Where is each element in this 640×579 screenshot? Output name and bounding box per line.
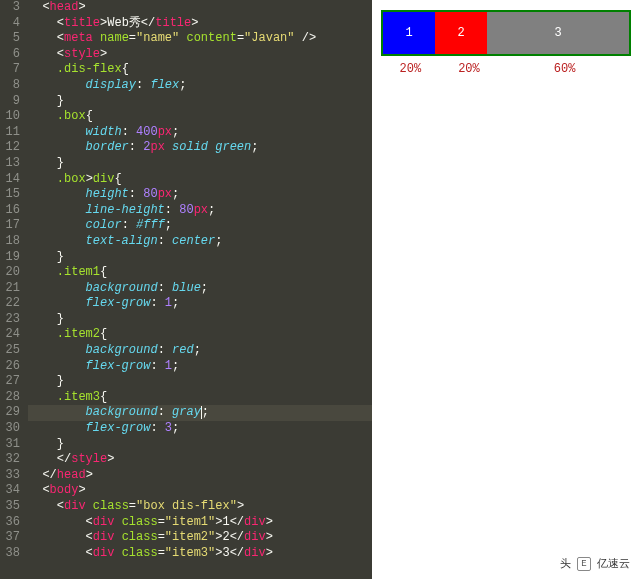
percent-row: 20%20%60% xyxy=(381,62,631,76)
code-editor[interactable]: 3 4 5 6 7 8 9 10 11 12 13 14 15 16 17 18… xyxy=(0,0,372,579)
watermark-head: 头 xyxy=(560,556,571,571)
logo-icon: E xyxy=(577,557,591,571)
flex-box: 123 xyxy=(381,10,631,56)
flex-item-2: 2 xyxy=(435,12,487,54)
code-content[interactable]: <head> <title>Web秀</title> <meta name="n… xyxy=(28,0,372,579)
percent-label-3: 60% xyxy=(498,62,631,76)
app-root: 3 4 5 6 7 8 9 10 11 12 13 14 15 16 17 18… xyxy=(0,0,640,579)
watermark-site: 亿速云 xyxy=(597,556,630,571)
flex-item-3: 3 xyxy=(487,12,629,54)
line-number-gutter: 3 4 5 6 7 8 9 10 11 12 13 14 15 16 17 18… xyxy=(0,0,28,579)
watermark: 头 E 亿速云 xyxy=(560,556,630,571)
percent-label-2: 20% xyxy=(440,62,499,76)
preview-pane: 123 20%20%60% 头 E 亿速云 xyxy=(372,0,640,579)
flex-item-1: 1 xyxy=(383,12,435,54)
percent-label-1: 20% xyxy=(381,62,440,76)
